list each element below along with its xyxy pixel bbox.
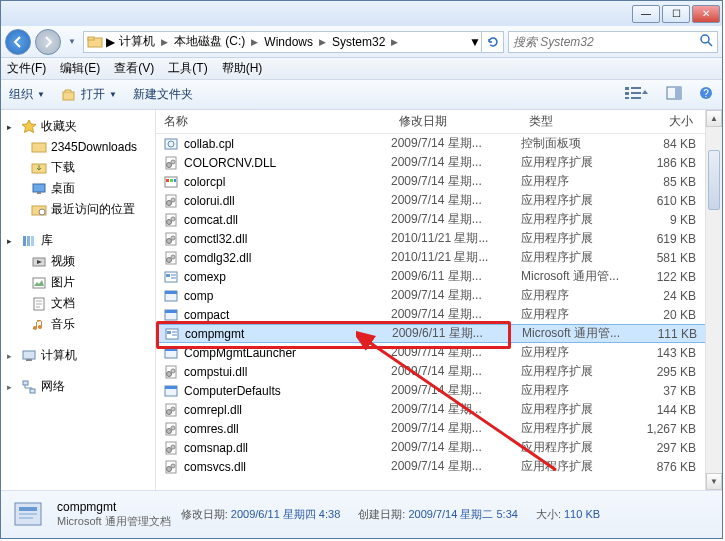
sidebar-favorites[interactable]: ▸ 收藏夹	[1, 116, 155, 137]
file-type: 应用程序	[521, 344, 641, 361]
sidebar-computer[interactable]: ▸ 计算机	[1, 345, 155, 366]
details-meta: 修改日期: 2009/6/11 星期四 4:38 创建日期: 2009/7/14…	[181, 507, 600, 522]
breadcrumb-dropdown[interactable]: ▼	[469, 35, 481, 49]
sidebar-item-desktop[interactable]: 桌面	[1, 178, 155, 199]
file-row[interactable]: collab.cpl2009/7/14 星期...控制面板项84 KB	[156, 134, 722, 153]
library-icon	[21, 233, 37, 249]
svg-rect-69	[165, 386, 177, 389]
file-row[interactable]: comdlg32.dll2010/11/21 星期...应用程序扩展581 KB	[156, 248, 722, 267]
svg-rect-58	[165, 310, 177, 313]
col-size[interactable]: 大小	[641, 113, 701, 130]
forward-button[interactable]	[35, 29, 61, 55]
file-date: 2009/6/11 星期...	[391, 268, 521, 285]
sidebar-libraries[interactable]: ▸ 库	[1, 230, 155, 251]
folder-icon	[31, 139, 47, 155]
minimize-button[interactable]: —	[632, 5, 660, 23]
file-row[interactable]: CompMgmtLauncher2009/7/14 星期...应用程序143 K…	[156, 343, 722, 362]
preview-pane-button[interactable]	[666, 85, 682, 104]
organize-button[interactable]: 组织 ▼	[9, 86, 45, 103]
details-bar: compmgmt Microsoft 通用管理文档 修改日期: 2009/6/1…	[1, 490, 722, 538]
scroll-up[interactable]: ▲	[706, 110, 722, 127]
menu-help[interactable]: 帮助(H)	[222, 60, 263, 77]
file-row[interactable]: colorcpl2009/7/14 星期...应用程序85 KB	[156, 172, 722, 191]
file-name: comp	[184, 289, 391, 303]
file-row[interactable]: comexp2009/6/11 星期...Microsoft 通用管...122…	[156, 267, 722, 286]
sidebar-network[interactable]: ▸ 网络	[1, 376, 155, 397]
file-icon	[162, 193, 180, 209]
open-button[interactable]: 打开 ▼	[61, 86, 117, 103]
file-icon	[162, 364, 180, 380]
sidebar-item-recent[interactable]: 最近访问的位置	[1, 199, 155, 220]
file-row[interactable]: compact2009/7/14 星期...应用程序20 KB	[156, 305, 722, 324]
svg-point-71	[167, 409, 172, 414]
file-type: 应用程序扩展	[521, 249, 641, 266]
sidebar-item-videos[interactable]: 视频	[1, 251, 155, 272]
sidebar-item-documents[interactable]: 文档	[1, 293, 155, 314]
breadcrumb[interactable]: ▶ 计算机▶ 本地磁盘 (C:)▶ Windows▶ System32▶ ▼	[83, 31, 504, 53]
file-size: 295 KB	[641, 365, 696, 379]
search-icon[interactable]	[695, 32, 717, 51]
view-options-button[interactable]	[624, 85, 650, 104]
menu-tools[interactable]: 工具(T)	[168, 60, 207, 77]
chevron-right-icon[interactable]: ▶	[389, 37, 400, 47]
file-date: 2009/7/14 星期...	[391, 401, 521, 418]
svg-point-2	[701, 35, 709, 43]
svg-rect-85	[19, 513, 37, 515]
chevron-right-icon[interactable]: ▶	[106, 35, 115, 49]
scrollbar[interactable]: ▲ ▼	[705, 110, 722, 490]
file-name: COLORCNV.DLL	[184, 156, 391, 170]
file-row[interactable]: compstui.dll2009/7/14 星期...应用程序扩展295 KB	[156, 362, 722, 381]
file-size: 84 KB	[641, 137, 696, 151]
file-row[interactable]: ComputerDefaults2009/7/14 星期...应用程序37 KB	[156, 381, 722, 400]
sidebar-item-downloads[interactable]: 2345Downloads	[1, 137, 155, 157]
file-date: 2010/11/21 星期...	[391, 249, 521, 266]
breadcrumb-seg[interactable]: 计算机	[115, 33, 159, 50]
file-row[interactable]: comrepl.dll2009/7/14 星期...应用程序扩展144 KB	[156, 400, 722, 419]
menu-edit[interactable]: 编辑(E)	[60, 60, 100, 77]
col-date[interactable]: 修改日期	[391, 113, 521, 130]
sidebar-item-music[interactable]: 音乐	[1, 314, 155, 335]
menu-view[interactable]: 查看(V)	[114, 60, 154, 77]
file-list[interactable]: collab.cpl2009/7/14 星期...控制面板项84 KBCOLOR…	[156, 134, 722, 490]
search-box[interactable]	[508, 31, 718, 53]
file-row[interactable]: comp2009/7/14 星期...应用程序24 KB	[156, 286, 722, 305]
search-input[interactable]	[509, 35, 695, 49]
scroll-thumb[interactable]	[708, 150, 720, 210]
col-name[interactable]: 名称	[156, 113, 391, 130]
chevron-right-icon[interactable]: ▶	[249, 37, 260, 47]
file-icon	[162, 212, 180, 228]
open-icon	[61, 87, 77, 103]
sidebar-item-pictures[interactable]: 图片	[1, 272, 155, 293]
file-type: 应用程序扩展	[521, 458, 641, 475]
recent-dropdown[interactable]: ▼	[65, 32, 79, 52]
breadcrumb-seg[interactable]: 本地磁盘 (C:)	[170, 33, 249, 50]
file-type: 应用程序扩展	[521, 363, 641, 380]
file-row[interactable]: comsnap.dll2009/7/14 星期...应用程序扩展297 KB	[156, 438, 722, 457]
help-button[interactable]: ?	[698, 85, 714, 104]
menu-file[interactable]: 文件(F)	[7, 60, 46, 77]
new-folder-button[interactable]: 新建文件夹	[133, 86, 193, 103]
file-row[interactable]: comres.dll2009/7/14 星期...应用程序扩展1,267 KB	[156, 419, 722, 438]
svg-point-34	[171, 160, 175, 164]
file-row[interactable]: comcat.dll2009/7/14 星期...应用程序扩展9 KB	[156, 210, 722, 229]
col-type[interactable]: 类型	[521, 113, 641, 130]
file-row[interactable]: comsvcs.dll2009/7/14 星期...应用程序扩展876 KB	[156, 457, 722, 476]
file-row[interactable]: comctl32.dll2010/11/21 星期...应用程序扩展619 KB	[156, 229, 722, 248]
sidebar-item-downloads2[interactable]: 下载	[1, 157, 155, 178]
breadcrumb-seg[interactable]: Windows	[260, 35, 317, 49]
close-button[interactable]: ✕	[692, 5, 720, 23]
refresh-button[interactable]	[481, 31, 503, 53]
file-date: 2009/7/14 星期...	[391, 363, 521, 380]
maximize-button[interactable]: ☐	[662, 5, 690, 23]
scroll-down[interactable]: ▼	[706, 473, 722, 490]
file-row[interactable]: COLORCNV.DLL2009/7/14 星期...应用程序扩展186 KB	[156, 153, 722, 172]
file-row[interactable]: compmgmt2009/6/11 星期...Microsoft 通用管...1…	[156, 324, 722, 343]
file-row[interactable]: colorui.dll2009/7/14 星期...应用程序扩展610 KB	[156, 191, 722, 210]
chevron-right-icon[interactable]: ▶	[317, 37, 328, 47]
file-size: 111 KB	[642, 327, 697, 341]
network-icon	[21, 379, 37, 395]
chevron-right-icon: ▸	[7, 382, 17, 392]
chevron-right-icon[interactable]: ▶	[159, 37, 170, 47]
back-button[interactable]	[5, 29, 31, 55]
breadcrumb-seg[interactable]: System32	[328, 35, 389, 49]
